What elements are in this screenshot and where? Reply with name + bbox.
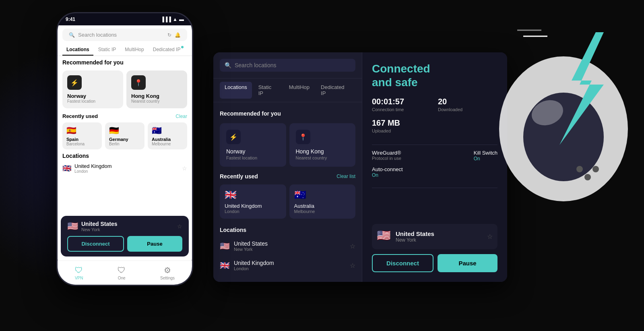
phone-recent-spain[interactable]: 🇪🇸 Spain Barcelona	[62, 122, 102, 149]
phone-pause-button[interactable]: Pause	[127, 236, 182, 252]
loc1-flag: 🇺🇸	[220, 241, 230, 251]
phone-bottom-nav: 🛡 VPN 🛡 One ⚙ Settings	[58, 261, 192, 285]
protocol-label: Protocol in use	[372, 156, 401, 161]
divider-1	[372, 145, 497, 145]
phone-disconnect-button[interactable]: Disconnect	[67, 236, 124, 252]
phone-status-icons: ▐▐▐ ▲ ▬	[161, 17, 184, 22]
spain-sub: Barcelona	[66, 142, 98, 146]
phone-search-bar[interactable]: 🔍 Search locations ↻ 🔔	[62, 29, 187, 41]
phone-time: 9:41	[66, 17, 75, 22]
protocol-name: WireGuard®	[372, 150, 401, 156]
downloaded-value: 20	[438, 97, 497, 106]
desktop-connected-panel: Connected and safe 00:01:57 Connection t…	[362, 52, 507, 282]
desktop-auto-connect: Auto-connect On	[372, 166, 403, 178]
desktop-clear-btn[interactable]: Clear list	[336, 174, 355, 179]
australia-flag: 🇦🇺	[294, 189, 306, 201]
desktop-tab-static[interactable]: Static IP	[254, 82, 283, 99]
connected-loc-info: United States New York	[396, 230, 482, 243]
aus-name: Australia	[152, 137, 183, 142]
connection-time-label: Connection time	[372, 107, 431, 112]
auto-connect-name: Auto-connect	[372, 166, 403, 172]
desktop-loc-item-2[interactable]: 🇬🇧 United Kingdom London ☆	[213, 256, 362, 275]
desktop-tabs: Locations Static IP MultiHop Dedicated I…	[213, 79, 362, 102]
phone-uk-sub: London	[74, 169, 179, 174]
desktop-pause-button[interactable]: Pause	[438, 254, 497, 272]
loc2-sub: London	[234, 266, 346, 271]
connected-star-icon[interactable]: ☆	[487, 233, 493, 240]
loc2-info: United Kingdom London	[234, 260, 346, 271]
phone-locations-title: Locations	[62, 153, 187, 159]
phone-conn-info: United States New York	[81, 221, 174, 232]
desktop-tab-multihop[interactable]: MultiHop	[284, 82, 314, 99]
phone-conn-star[interactable]: ☆	[177, 223, 182, 230]
loc1-star[interactable]: ☆	[350, 242, 355, 250]
hongkong-icon: 📍	[296, 130, 310, 144]
vpn-nav-icon: 🛡	[75, 266, 83, 275]
phone-loc-uk[interactable]: 🇬🇧 United Kingdom London ☆	[62, 161, 187, 176]
phone-tab-multihop[interactable]: MultiHop	[121, 44, 148, 56]
kill-switch-name: Kill Switch	[474, 150, 497, 156]
desktop-locations-scroll[interactable]: Recommended for you ⚡ Norway Fastest loc…	[213, 102, 362, 282]
desktop-protocol: WireGuard® Protocol in use	[372, 150, 401, 161]
desktop-downloaded: 20 Downloaded	[438, 97, 497, 112]
phone-hongkong-name: Hong Kong	[131, 93, 182, 99]
phone-nav-settings[interactable]: ⚙ Settings	[160, 265, 175, 280]
phone-search-icon: 🔍	[69, 32, 75, 38]
phone-conn-name: United States	[81, 221, 174, 227]
desktop-rec-norway[interactable]: ⚡ Norway Fastest location	[220, 123, 286, 167]
phone-recently-row: 🇪🇸 Spain Barcelona 🇩🇪 Germany Berlin 🇦🇺 …	[58, 121, 192, 151]
desktop-disconnect-button[interactable]: Disconnect	[372, 254, 433, 272]
desktop-auto-connect-row: Auto-connect On	[372, 166, 497, 178]
phone-rec-norway[interactable]: ⚡ Norway Fastest location	[62, 70, 123, 108]
phone-uk-name: United Kingdom	[74, 163, 179, 169]
desktop-stats: 00:01:57 Connection time 20 Downloaded	[372, 97, 497, 112]
germany-name: Germany	[109, 137, 140, 142]
desktop-tab-locations[interactable]: Locations	[220, 82, 252, 99]
phone-hongkong-sub: Nearest country	[131, 99, 182, 103]
phone-recommended-title: Recommended for you	[62, 59, 187, 66]
desktop-recommended-title: Recommended for you	[213, 107, 362, 120]
phone-recent-germany[interactable]: 🇩🇪 Germany Berlin	[105, 122, 144, 149]
phone-frame: 9:41 ▐▐▐ ▲ ▬ 🔍 Search locations ↻ 🔔 Loca…	[56, 12, 193, 286]
phone-clear-btn[interactable]: Clear	[175, 114, 187, 119]
phone-tab-dedicated[interactable]: Dedicated IP	[149, 44, 185, 56]
one-nav-icon: 🛡	[118, 266, 126, 275]
phone-uk-star[interactable]: ☆	[182, 165, 187, 172]
uk-flag: 🇬🇧	[225, 189, 237, 201]
connected-flag: 🇺🇸	[377, 229, 391, 242]
desktop-loc-item-1[interactable]: 🇺🇸 United States New York ☆	[213, 236, 362, 256]
desktop-features: WireGuard® Protocol in use Kill Switch O…	[372, 150, 497, 161]
phone-tab-static[interactable]: Static IP	[94, 44, 120, 56]
desktop-search-text: Search locations	[235, 62, 277, 68]
uploaded-label: Uploaded	[372, 128, 431, 133]
signal-icon: ▐▐▐	[161, 17, 171, 22]
phone-nav-vpn[interactable]: 🛡 VPN	[75, 266, 83, 280]
desktop-tab-dedicated[interactable]: Dedicated IP	[316, 82, 355, 99]
phone-nav-one[interactable]: 🛡 One	[118, 266, 126, 280]
phone-tab-locations[interactable]: Locations	[62, 44, 93, 56]
phone-hongkong-icon: 📍	[131, 75, 146, 90]
divider-2	[372, 188, 497, 188]
germany-sub: Berlin	[109, 142, 140, 146]
settings-nav-label: Settings	[160, 276, 175, 280]
desktop-recently-title: Recently used	[220, 173, 258, 180]
desktop-recommended-grid: ⚡ Norway Fastest location 📍 Hong Kong Ne…	[213, 120, 362, 170]
loc2-star[interactable]: ☆	[350, 262, 355, 269]
phone-refresh-icon: ↻	[167, 32, 171, 38]
phone-conn-flag: 🇺🇸	[67, 221, 78, 232]
desktop-recent-uk[interactable]: 🇬🇧 United Kingdom London	[220, 184, 286, 219]
hongkong-name: Hong Kong	[296, 148, 349, 155]
desktop-recent-australia[interactable]: 🇦🇺 Australia Melbourne	[289, 184, 356, 219]
phone-rec-hongkong[interactable]: 📍 Hong Kong Nearest country	[126, 70, 187, 108]
phone-notch	[101, 13, 149, 25]
desktop-rec-hongkong[interactable]: 📍 Hong Kong Nearest country	[289, 123, 356, 167]
australia-name: Australia	[294, 203, 315, 209]
phone-recent-australia[interactable]: 🇦🇺 Australia Melbourne	[148, 122, 187, 149]
phone-recently-header: Recently used Clear	[58, 112, 192, 121]
desktop-uploaded: 167 MB Uploaded	[372, 118, 431, 133]
desktop-search-input[interactable]: 🔍 Search locations	[220, 59, 355, 72]
norway-sub: Fastest location	[226, 155, 280, 160]
connected-loc-sub: New York	[396, 237, 482, 243]
loc2-name: United Kingdom	[234, 260, 346, 266]
spain-flag: 🇪🇸	[66, 126, 98, 135]
